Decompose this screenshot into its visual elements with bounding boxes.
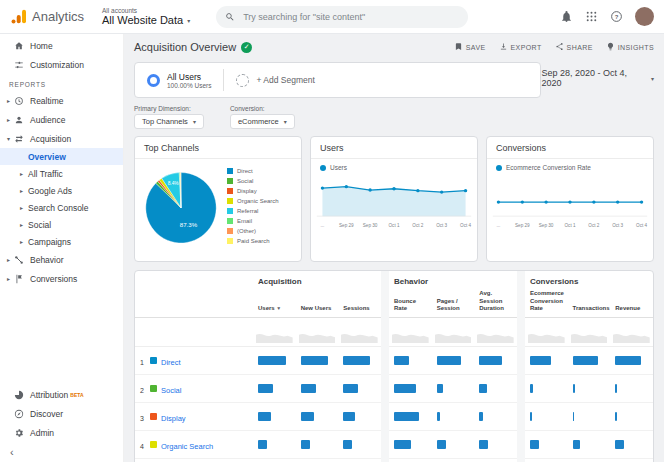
svg-text:Oct 4: Oct 4 — [460, 223, 471, 228]
table-row: 3Display — [135, 402, 653, 430]
column-header-new-users[interactable]: New Users — [296, 288, 339, 317]
search-icon — [225, 12, 235, 22]
sidebar-item-conversions[interactable]: ▸Conversions — [0, 269, 123, 288]
search-bar[interactable] — [216, 6, 468, 28]
summary-sparkline — [253, 317, 296, 346]
legend-item-organic-search[interactable]: Organic Search — [227, 196, 279, 206]
primary-dimension-select[interactable]: Top Channels▾ — [134, 114, 204, 129]
notifications-bell-icon[interactable] — [560, 10, 573, 23]
legend-item-referral[interactable]: Referral — [227, 206, 279, 216]
summary-sparkline — [474, 317, 517, 346]
main-content: Acquisition Overview ✓ SAVEEXPORTSHAREIN… — [124, 34, 664, 462]
legend-item-other[interactable]: (Other) — [227, 226, 279, 236]
legend-item-social[interactable]: Social — [227, 176, 279, 186]
value-bar — [394, 384, 416, 393]
acquisition-icon — [14, 134, 27, 144]
column-header-transactions[interactable]: Transactions — [568, 288, 611, 317]
segment-ring-icon — [147, 74, 160, 87]
segment-subtitle: 100.00% Users — [167, 82, 211, 89]
value-bar — [615, 356, 641, 365]
verified-check-icon: ✓ — [241, 42, 252, 53]
sidebar-item-realtime[interactable]: ▸Realtime — [0, 91, 123, 110]
sidebar-item-attribution[interactable]: AttributionBETA — [0, 385, 123, 404]
legend-swatch-icon — [227, 238, 233, 244]
value-bar — [258, 384, 273, 393]
value-bar — [615, 440, 624, 449]
legend-item-direct[interactable]: Direct — [227, 166, 279, 176]
apps-grid-icon[interactable] — [585, 10, 598, 23]
sidebar-item-admin[interactable]: Admin — [0, 423, 123, 442]
legend-swatch-icon — [227, 178, 233, 184]
audience-icon — [14, 115, 27, 125]
sidebar-item-label: Google Ads — [28, 186, 72, 196]
sidebar-item-audience[interactable]: ▸Audience — [0, 110, 123, 129]
legend-swatch-icon — [227, 188, 233, 194]
chevron-down-icon: ▾ — [193, 118, 196, 125]
accounts-label: All accounts — [102, 7, 190, 14]
value-bar — [573, 412, 574, 421]
segment-all-users[interactable]: All Users 100.00% Users — [147, 72, 211, 89]
chevron-down-icon: ▾ — [7, 135, 14, 142]
sidebar-item-home[interactable]: Home — [0, 36, 123, 55]
legend-item-email[interactable]: Email — [227, 216, 279, 226]
channel-link[interactable]: Direct — [161, 358, 181, 367]
sidebar-item-discover[interactable]: Discover — [0, 404, 123, 423]
svg-text:Oct 2: Oct 2 — [412, 223, 423, 228]
export-button[interactable]: EXPORT — [499, 42, 542, 52]
sidebar-item-behavior[interactable]: ▸Behavior — [0, 250, 123, 269]
conversion-select[interactable]: eCommerce▾ — [230, 114, 295, 129]
sidebar-item-overview[interactable]: Overview — [0, 148, 123, 165]
column-header-ecommerce-conversion-rate[interactable]: Ecommerce Conversion Rate — [525, 288, 568, 317]
insights-icon — [606, 42, 615, 52]
value-bar — [258, 440, 267, 449]
sidebar-item-label: Customization — [30, 60, 84, 70]
sidebar-item-google-ads[interactable]: ▸Google Ads — [0, 182, 123, 199]
save-button[interactable]: SAVE — [454, 42, 486, 52]
channel-link[interactable]: Organic Search — [161, 442, 213, 451]
legend-item-paid-search[interactable]: Paid Search — [227, 236, 279, 246]
column-header-pages-session[interactable]: Pages / Session — [432, 288, 475, 317]
chevron-right-icon: ▸ — [20, 170, 28, 177]
sidebar-item-all-traffic[interactable]: ▸All Traffic — [0, 165, 123, 182]
value-bar — [530, 384, 533, 393]
sidebar-item-campaigns[interactable]: ▸Campaigns — [0, 233, 123, 250]
sidebar-item-acquisition[interactable]: ▾Acquisition — [0, 129, 123, 148]
attribution-icon — [14, 390, 27, 400]
column-header-sessions[interactable]: Sessions — [338, 288, 381, 317]
value-bar — [479, 440, 488, 449]
sidebar-item-customization[interactable]: Customization — [0, 55, 123, 74]
column-header-avg-session-duration[interactable]: Avg. Session Duration — [474, 288, 517, 317]
analytics-app: Analytics All accounts All Website Data … — [0, 0, 664, 462]
channel-link[interactable]: Display — [161, 414, 186, 423]
channel-link[interactable]: Social — [161, 386, 181, 395]
chevron-right-icon: ▸ — [7, 97, 14, 104]
value-bar — [343, 384, 357, 393]
value-bar — [258, 412, 271, 421]
collapse-sidebar-button[interactable]: ‹ — [0, 442, 123, 462]
sidebar-item-label: Attribution — [30, 390, 68, 400]
account-switcher[interactable]: All accounts All Website Data ▾ — [102, 7, 190, 26]
dimension-row: Primary Dimension: Top Channels▾ Convers… — [134, 105, 654, 129]
table-row: 2Social — [135, 374, 653, 402]
column-header-bounce-rate[interactable]: Bounce Rate — [389, 288, 432, 317]
column-header-revenue[interactable]: Revenue — [610, 288, 653, 317]
insights-button[interactable]: INSIGHTS — [606, 42, 654, 52]
add-segment-button[interactable]: + Add Segment — [236, 74, 314, 87]
legend-item-display[interactable]: Display — [227, 186, 279, 196]
share-button[interactable]: SHARE — [555, 42, 593, 52]
analytics-home-link[interactable]: Analytics — [10, 8, 84, 25]
search-input[interactable] — [241, 11, 459, 23]
sidebar-item-search-console[interactable]: ▸Search Console — [0, 199, 123, 216]
topbar-actions: ? — [560, 7, 654, 26]
date-range-selector[interactable]: Sep 28, 2020 - Oct 4, 2020 ▾ — [541, 68, 654, 88]
conversions-line-chart: ...Sep 29Sep 30Oct 1Oct 2Oct 3Oct 4 — [487, 171, 653, 237]
chevron-down-icon: ▾ — [651, 75, 654, 82]
card-title: Top Channels — [135, 137, 301, 159]
user-avatar[interactable] — [635, 7, 654, 26]
column-header-users[interactable]: Users ▼ — [253, 288, 296, 317]
help-icon[interactable]: ? — [610, 10, 623, 23]
svg-text:Oct 3: Oct 3 — [612, 223, 623, 228]
sidebar-item-social[interactable]: ▸Social — [0, 216, 123, 233]
summary-sparkline — [568, 317, 611, 346]
svg-text:Oct 4: Oct 4 — [636, 223, 647, 228]
